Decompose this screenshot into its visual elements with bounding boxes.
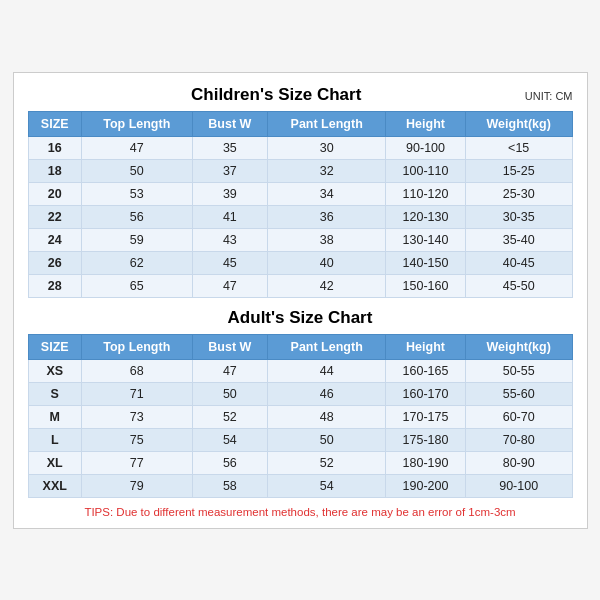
table-cell: 75 (81, 428, 192, 451)
table-cell: 52 (268, 451, 386, 474)
children-header-row: SIZE Top Length Bust W Pant Length Heigh… (28, 111, 572, 136)
table-cell: 20 (28, 182, 81, 205)
table-cell: 65 (81, 274, 192, 297)
table-cell: 56 (81, 205, 192, 228)
table-cell: 40-45 (465, 251, 572, 274)
table-cell: 70-80 (465, 428, 572, 451)
adult-col-size: SIZE (28, 334, 81, 359)
adult-col-top-length: Top Length (81, 334, 192, 359)
adult-col-bust: Bust W (192, 334, 268, 359)
table-cell: 50 (192, 382, 268, 405)
table-cell: 44 (268, 359, 386, 382)
adult-col-pant: Pant Length (268, 334, 386, 359)
table-cell: 54 (268, 474, 386, 497)
children-col-weight: Weight(kg) (465, 111, 572, 136)
table-cell: 26 (28, 251, 81, 274)
table-cell: 47 (81, 136, 192, 159)
table-cell: 73 (81, 405, 192, 428)
children-size-table: SIZE Top Length Bust W Pant Length Heigh… (28, 111, 573, 298)
table-cell: XL (28, 451, 81, 474)
table-cell: 39 (192, 182, 268, 205)
table-cell: 43 (192, 228, 268, 251)
table-cell: M (28, 405, 81, 428)
table-cell: 130-140 (386, 228, 466, 251)
table-cell: 59 (81, 228, 192, 251)
table-cell: 170-175 (386, 405, 466, 428)
table-cell: 100-110 (386, 159, 466, 182)
table-cell: 48 (268, 405, 386, 428)
table-row: S715046160-17055-60 (28, 382, 572, 405)
table-cell: 30-35 (465, 205, 572, 228)
table-cell: 77 (81, 451, 192, 474)
table-row: 1647353090-100<15 (28, 136, 572, 159)
size-chart-container: Children's Size Chart UNIT: CM SIZE Top … (13, 72, 588, 529)
table-cell: 190-200 (386, 474, 466, 497)
table-cell: 15-25 (465, 159, 572, 182)
table-row: 18503732100-11015-25 (28, 159, 572, 182)
children-col-pant: Pant Length (268, 111, 386, 136)
table-cell: 32 (268, 159, 386, 182)
table-row: 20533934110-12025-30 (28, 182, 572, 205)
children-col-top-length: Top Length (81, 111, 192, 136)
children-title-row: Children's Size Chart UNIT: CM (28, 85, 573, 105)
table-cell: 37 (192, 159, 268, 182)
table-cell: XS (28, 359, 81, 382)
table-cell: 22 (28, 205, 81, 228)
table-cell: 50 (81, 159, 192, 182)
children-chart-title: Children's Size Chart (28, 85, 525, 105)
table-cell: 54 (192, 428, 268, 451)
adult-size-table: SIZE Top Length Bust W Pant Length Heigh… (28, 334, 573, 498)
table-cell: 175-180 (386, 428, 466, 451)
table-cell: 34 (268, 182, 386, 205)
table-row: 26624540140-15040-45 (28, 251, 572, 274)
table-cell: 120-130 (386, 205, 466, 228)
table-cell: 24 (28, 228, 81, 251)
adult-chart-title: Adult's Size Chart (28, 308, 573, 328)
adult-title-row: Adult's Size Chart (28, 308, 573, 328)
table-row: L755450175-18070-80 (28, 428, 572, 451)
table-cell: 45-50 (465, 274, 572, 297)
unit-label: UNIT: CM (525, 90, 573, 102)
table-cell: L (28, 428, 81, 451)
adult-header-row: SIZE Top Length Bust W Pant Length Heigh… (28, 334, 572, 359)
table-cell: 16 (28, 136, 81, 159)
table-cell: 50-55 (465, 359, 572, 382)
table-cell: 47 (192, 274, 268, 297)
table-cell: 90-100 (465, 474, 572, 497)
table-cell: 36 (268, 205, 386, 228)
children-col-height: Height (386, 111, 466, 136)
table-cell: 79 (81, 474, 192, 497)
table-cell: 38 (268, 228, 386, 251)
table-cell: 28 (28, 274, 81, 297)
table-cell: <15 (465, 136, 572, 159)
table-cell: 140-150 (386, 251, 466, 274)
table-row: M735248170-17560-70 (28, 405, 572, 428)
table-cell: 47 (192, 359, 268, 382)
table-cell: 150-160 (386, 274, 466, 297)
table-cell: 41 (192, 205, 268, 228)
table-cell: 25-30 (465, 182, 572, 205)
table-cell: 50 (268, 428, 386, 451)
children-col-size: SIZE (28, 111, 81, 136)
table-cell: 58 (192, 474, 268, 497)
table-cell: 45 (192, 251, 268, 274)
table-cell: 68 (81, 359, 192, 382)
table-cell: S (28, 382, 81, 405)
table-row: XL775652180-19080-90 (28, 451, 572, 474)
table-cell: 60-70 (465, 405, 572, 428)
tips-text: TIPS: Due to different measurement metho… (28, 506, 573, 518)
children-col-bust: Bust W (192, 111, 268, 136)
table-cell: 35 (192, 136, 268, 159)
table-cell: 180-190 (386, 451, 466, 474)
table-cell: 80-90 (465, 451, 572, 474)
adult-col-weight: Weight(kg) (465, 334, 572, 359)
table-row: 24594338130-14035-40 (28, 228, 572, 251)
table-cell: 42 (268, 274, 386, 297)
table-cell: 90-100 (386, 136, 466, 159)
table-cell: 30 (268, 136, 386, 159)
table-cell: 62 (81, 251, 192, 274)
table-cell: 71 (81, 382, 192, 405)
adult-col-height: Height (386, 334, 466, 359)
table-row: 28654742150-16045-50 (28, 274, 572, 297)
table-cell: 56 (192, 451, 268, 474)
